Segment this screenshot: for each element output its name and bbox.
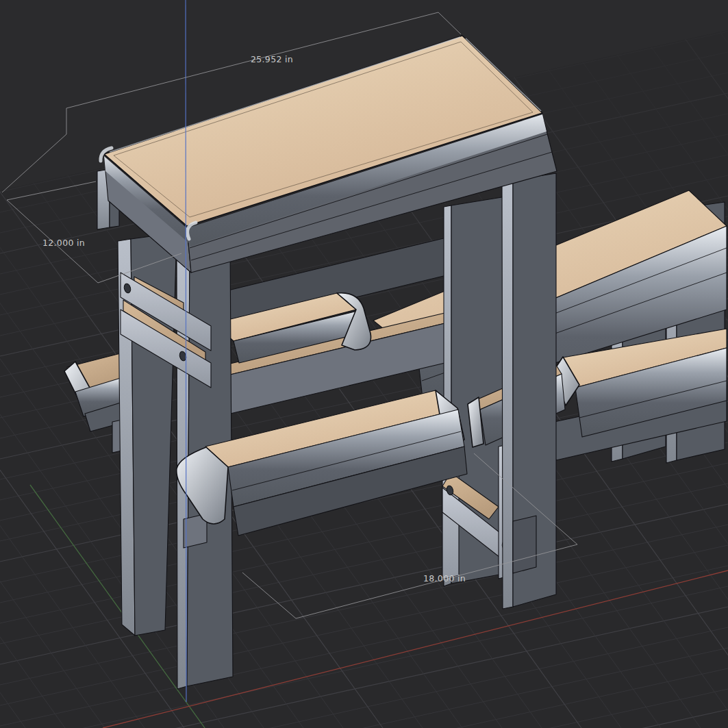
brace-plate[interactable] <box>513 516 536 573</box>
viewport-canvas[interactable]: 25.952 in 12.000 in 18.000 in <box>0 0 728 728</box>
dimension-label-leg-spacing[interactable]: 18.000 in <box>423 573 466 583</box>
dimension-label-top-length[interactable]: 25.952 in <box>251 54 293 64</box>
cad-viewport[interactable]: 25.952 in 12.000 in 18.000 in <box>0 0 728 728</box>
front-right-leg[interactable] <box>502 173 556 609</box>
dimension-label-top-depth[interactable]: 12.000 in <box>42 238 85 248</box>
model-face[interactable] <box>502 180 513 609</box>
